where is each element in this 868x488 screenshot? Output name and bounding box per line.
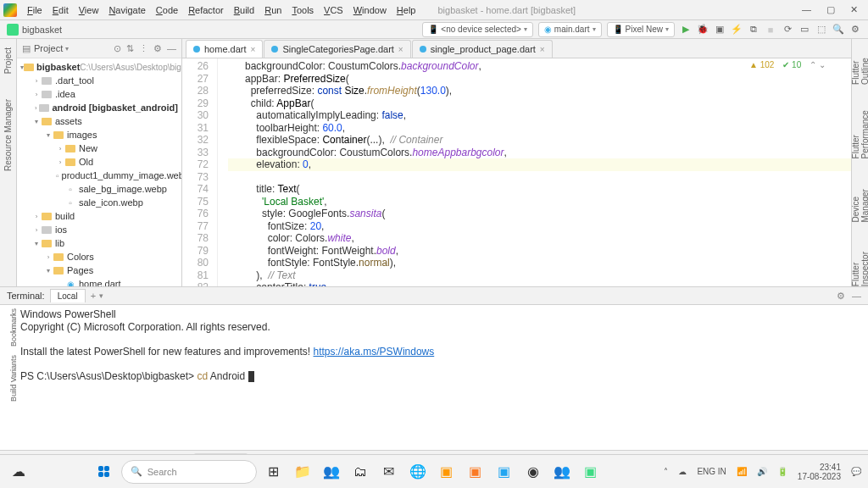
expand-icon[interactable]: ⋮: [139, 43, 148, 54]
menu-view[interactable]: View: [74, 5, 104, 15]
project-tree[interactable]: ▾bigbasket C:\Users\Asus\Desktop\bigbask…: [17, 58, 181, 286]
teams-icon[interactable]: 👥: [320, 460, 343, 484]
menu-file[interactable]: File: [22, 5, 47, 15]
left-tab-resource-manager[interactable]: Resource Manager: [3, 99, 13, 171]
device-selector[interactable]: 📱<no device selected>▾: [422, 22, 533, 37]
gear-icon[interactable]: ⚙: [153, 43, 162, 54]
bookmarks-tab[interactable]: Bookmarks: [7, 308, 20, 347]
hide-icon[interactable]: —: [167, 43, 176, 54]
close-tab-icon[interactable]: ×: [398, 45, 403, 54]
settings-icon[interactable]: ⚙: [849, 24, 861, 36]
inspection-badges[interactable]: ▲ 102 ✔ 10 ⌃ ⌄: [749, 60, 826, 69]
editor-area: home.dart×SingleCategoriesPage.dart×sing…: [182, 39, 851, 286]
build-variants-tab[interactable]: Build Variants: [7, 355, 20, 402]
menu-edit[interactable]: Edit: [47, 5, 74, 15]
tree-item[interactable]: ◉home.dart: [17, 277, 181, 286]
terminal-add-icon[interactable]: +: [91, 291, 96, 301]
tree-item[interactable]: ▫sale_bg_image.webp: [17, 182, 181, 196]
mail-icon[interactable]: ✉: [377, 460, 401, 484]
minimize-icon[interactable]: —: [802, 4, 811, 15]
attach-icon[interactable]: ⧉: [748, 24, 760, 36]
tree-item[interactable]: ›android [bigbasket_android]: [17, 101, 181, 114]
editor-tab[interactable]: home.dart×: [186, 40, 263, 58]
battery-icon[interactable]: 🔋: [777, 467, 787, 476]
menu-code[interactable]: Code: [151, 5, 183, 15]
menu-vcs[interactable]: VCS: [319, 5, 348, 15]
tree-item[interactable]: ▾lib: [17, 236, 181, 250]
debug-icon[interactable]: 🐞: [697, 24, 709, 36]
profile-icon[interactable]: ▣: [714, 24, 726, 36]
menu-tools[interactable]: Tools: [287, 5, 319, 15]
start-icon[interactable]: [92, 460, 116, 484]
right-tab-device-manager[interactable]: Device Manager: [851, 175, 869, 223]
search-icon[interactable]: 🔍: [832, 24, 844, 36]
target-icon[interactable]: ⊙: [114, 43, 121, 54]
tree-item[interactable]: ›.idea: [17, 87, 181, 101]
device-pill[interactable]: 📱Pixel New▾: [607, 22, 675, 37]
sublime-icon[interactable]: ▣: [435, 460, 459, 484]
tree-item[interactable]: ›Colors: [17, 250, 181, 263]
tree-item[interactable]: ›New: [17, 141, 181, 155]
close-tab-icon[interactable]: ×: [540, 45, 545, 54]
edge-icon[interactable]: 🌐: [406, 460, 430, 484]
tree-item[interactable]: ▫sale_icon.webp: [17, 196, 181, 209]
terminal-gear-icon[interactable]: ⚙: [837, 291, 845, 302]
language-indicator[interactable]: ENG IN: [697, 468, 726, 476]
wifi-icon[interactable]: 📶: [737, 467, 747, 476]
editor-tab[interactable]: SingleCategoriesPage.dart×: [264, 40, 410, 58]
files-icon[interactable]: 🗂: [348, 460, 372, 484]
tree-item[interactable]: ›ios: [17, 223, 181, 236]
menu-help[interactable]: Help: [392, 5, 421, 15]
menu-refactor[interactable]: Refactor: [183, 5, 229, 15]
menu-build[interactable]: Build: [229, 5, 259, 15]
sdk-icon[interactable]: ⬚: [815, 24, 827, 36]
menu-navigate[interactable]: Navigate: [103, 5, 150, 15]
close-icon[interactable]: ✕: [850, 4, 858, 15]
run-config-selector[interactable]: ◉main.dart▾: [538, 22, 602, 37]
notification-icon[interactable]: 💬: [851, 467, 861, 476]
tree-item[interactable]: ▫product1_dummy_image.webp: [17, 169, 181, 182]
close-tab-icon[interactable]: ×: [251, 45, 256, 54]
right-tab-performance[interactable]: Flutter Performance: [851, 102, 869, 158]
left-tab-project[interactable]: Project: [3, 47, 13, 74]
terminal-tab-local[interactable]: Local: [50, 289, 86, 302]
menu-window[interactable]: Window: [348, 5, 392, 15]
right-tab-inspector[interactable]: Flutter Inspector: [851, 240, 869, 286]
vscode-icon[interactable]: ▣: [492, 460, 516, 484]
clock[interactable]: 23:41 17-08-2023: [798, 463, 841, 481]
onedrive-icon[interactable]: ☁: [678, 467, 687, 476]
collapse-icon[interactable]: ⇅: [126, 43, 134, 54]
stop-icon[interactable]: ■: [765, 24, 776, 36]
android-studio-icon[interactable]: ▣: [579, 460, 603, 484]
breadcrumb[interactable]: bigbasket: [22, 25, 62, 35]
tree-item[interactable]: ▾Pages: [17, 263, 181, 277]
code-content[interactable]: backgroundColor: CoustumColors.backgroun…: [218, 58, 851, 286]
avd-icon[interactable]: ▭: [798, 24, 810, 36]
project-panel: ▤ Project ▾ ⊙ ⇅ ⋮ ⚙ — ▾bigbasket C:\User…: [17, 39, 182, 286]
explorer-icon[interactable]: 📁: [291, 460, 314, 484]
task-view-icon[interactable]: ⊞: [262, 460, 286, 484]
weather-widget[interactable]: ☁: [7, 460, 31, 484]
teams2-icon[interactable]: 👥: [550, 460, 574, 484]
tree-item[interactable]: ▾assets: [17, 114, 181, 128]
menu-run[interactable]: Run: [259, 5, 287, 15]
powershell-link[interactable]: https://aka.ms/PSWindows: [314, 346, 435, 358]
tree-item[interactable]: ›.dart_tool: [17, 74, 181, 87]
maximize-icon[interactable]: ▢: [826, 4, 835, 15]
tree-item[interactable]: ›build: [17, 209, 181, 223]
xampp-icon[interactable]: ▣: [464, 460, 487, 484]
hot-reload-icon[interactable]: ⚡: [731, 24, 743, 36]
tray-chevron-icon[interactable]: ˄: [664, 467, 668, 476]
chrome-icon[interactable]: ◉: [521, 460, 545, 484]
tree-item[interactable]: ▾images: [17, 128, 181, 141]
right-tab-outline[interactable]: Flutter Outline: [851, 44, 869, 85]
tree-item[interactable]: ›Old: [17, 155, 181, 169]
editor-tab[interactable]: single_product_page.dart×: [412, 40, 553, 58]
tree-root[interactable]: ▾bigbasket C:\Users\Asus\Desktop\bigbask…: [17, 60, 181, 74]
sync-icon[interactable]: ⟳: [782, 24, 793, 36]
volume-icon[interactable]: 🔊: [757, 467, 767, 476]
taskbar-search[interactable]: 🔍Search: [121, 460, 257, 484]
terminal-hide-icon[interactable]: —: [852, 291, 861, 302]
run-icon[interactable]: ▶: [680, 24, 692, 36]
terminal-panel[interactable]: Bookmarks Build Variants Windows PowerSh…: [0, 305, 868, 451]
